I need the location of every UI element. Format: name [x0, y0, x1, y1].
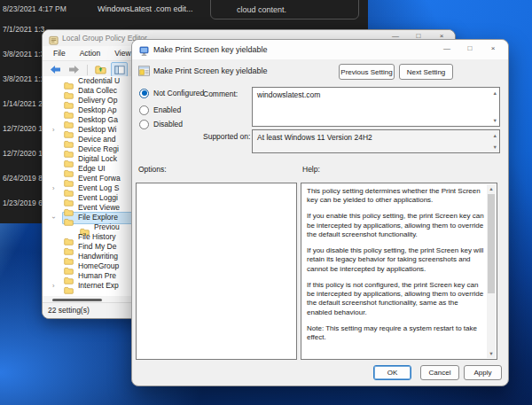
- tree-item-label: Device and: [78, 135, 116, 144]
- tree-item-label: Device Regi: [78, 144, 119, 154]
- scrollbar-thumb[interactable]: [488, 194, 495, 293]
- policy-setting-name: Make Print Screen key yieldable: [153, 66, 268, 75]
- file-date: 12/7/2020 1:: [3, 124, 44, 133]
- options-label: Options:: [138, 165, 167, 174]
- help-paragraph: Note: This setting may require a system …: [307, 324, 484, 342]
- tree-item-label: Event Forwa: [78, 174, 121, 183]
- tree-item-label: Desktop Ap: [78, 105, 116, 115]
- tree-item-label: Internet Exp: [78, 281, 119, 291]
- dialog-close-button[interactable]: ×: [481, 43, 505, 55]
- help-label: Help:: [302, 165, 320, 174]
- tree-item-label: Event Loggi: [78, 193, 118, 203]
- folder-icon: [64, 214, 74, 230]
- radio-icon: [139, 120, 149, 129]
- radio-label: Disabled: [153, 120, 183, 129]
- menu-action[interactable]: Action: [73, 49, 108, 58]
- forward-button[interactable]: [66, 62, 82, 77]
- previous-setting-button[interactable]: Previous Setting: [339, 64, 395, 80]
- help-paragraph: If you enable this policy setting, the p…: [307, 212, 484, 239]
- scroll-up-icon[interactable]: ▲: [493, 90, 497, 96]
- file-name-label: WindowsLatest .com edit...: [98, 4, 193, 13]
- file-date: 7/1/2021 1:3: [3, 25, 44, 34]
- cloud-content-label: cloud content.: [237, 5, 286, 14]
- tree-item-label: Edge UI: [78, 164, 106, 174]
- tree-item-label: Human Pre: [78, 271, 116, 281]
- options-panel: [136, 183, 297, 360]
- comment-label: Comment:: [203, 90, 238, 98]
- file-date: 3/8/2021 1:1: [3, 74, 44, 83]
- cancel-button[interactable]: Cancel: [420, 365, 459, 380]
- menu-file[interactable]: File: [46, 49, 73, 58]
- policy-setting-dialog: Make Print Screen key yieldable — □ × Ma…: [131, 39, 509, 386]
- policy-setting-icon: [138, 64, 150, 80]
- tree-item-label: File Explore: [78, 213, 118, 222]
- radio-label: Enabled: [153, 105, 181, 114]
- help-text: This policy setting determines whether t…: [301, 183, 486, 359]
- file-date: 1/14/2021 2:: [3, 99, 44, 108]
- tree-item-label: Delivery Op: [78, 96, 117, 105]
- tree-item-label: Previou: [94, 222, 120, 232]
- tree-item-label: Credential U: [78, 76, 120, 86]
- settings-count: 22 setting(s): [48, 306, 90, 315]
- scrollbar-thumb[interactable]: [52, 299, 102, 301]
- next-setting-button[interactable]: Next Setting: [399, 64, 453, 80]
- radio-enabled[interactable]: Enabled: [139, 104, 181, 116]
- supported-on-label: Supported on:: [203, 132, 250, 141]
- help-paragraph: If this policy is not configured, the pr…: [307, 281, 484, 317]
- radio-not-configured[interactable]: Not Configured: [139, 87, 204, 99]
- file-date: 6/24/2019 8:: [3, 174, 44, 183]
- toolbar-separator: [87, 65, 88, 75]
- comment-value: windowslatest.com: [257, 90, 320, 99]
- file-date: 3/8/2021 1:3: [3, 50, 44, 58]
- scroll-down-icon[interactable]: ▼: [487, 350, 496, 357]
- scroll-down-icon[interactable]: ▼: [493, 118, 497, 123]
- tree-item-label: Event Log S: [78, 183, 119, 193]
- up-one-level-button[interactable]: [92, 62, 109, 77]
- comment-field[interactable]: windowslatest.com ▲ ▼: [252, 87, 500, 127]
- desktop: 8/23/2021 4:17 PM7/1/2021 1:33/8/2021 1:…: [0, 0, 532, 405]
- dialog-title-bar[interactable]: Make Print Screen key yieldable — □ ×: [132, 40, 508, 59]
- tree-item-label: Digital Lock: [78, 154, 117, 164]
- back-button[interactable]: [47, 62, 64, 77]
- supported-on-field: At least Windows 11 Version 24H2 ▲ ▼: [252, 129, 500, 153]
- help-scrollbar[interactable]: ▲ ▼: [487, 184, 496, 358]
- tree-item-label: Data Collec: [78, 86, 117, 96]
- scroll-up-icon[interactable]: ▲: [487, 185, 496, 192]
- dialog-app-icon: [139, 44, 149, 60]
- help-panel: This policy setting determines whether t…: [301, 183, 497, 360]
- show-console-tree-button[interactable]: [111, 62, 128, 77]
- tree-item-label: Desktop Wi: [78, 125, 116, 135]
- radio-icon: [139, 89, 149, 98]
- scroll-up-icon[interactable]: ▲: [493, 133, 497, 138]
- tree-item-label: Find My De: [78, 242, 116, 252]
- tree-item-label: HomeGroup: [78, 261, 119, 271]
- file-date: 1/23/2019 6:: [3, 199, 44, 207]
- scroll-down-icon[interactable]: ▼: [493, 144, 497, 150]
- folder-icon: [64, 282, 74, 296]
- tree-item-label: Event Viewe: [78, 203, 120, 213]
- file-date: 12/7/2020 1:: [3, 149, 44, 158]
- supported-on-value: At least Windows 11 Version 24H2: [257, 133, 372, 142]
- chevron-expanded-icon[interactable]: ›: [50, 216, 58, 219]
- tree-item-label: Desktop Ga: [78, 115, 118, 125]
- ok-button[interactable]: OK: [373, 365, 411, 380]
- tree-item-label: Handwriting: [78, 252, 118, 261]
- apply-button[interactable]: Apply: [464, 365, 502, 380]
- dialog-minimize-button[interactable]: —: [435, 43, 458, 55]
- chevron-collapsed-icon[interactable]: ›: [52, 282, 55, 290]
- radio-icon: [139, 105, 149, 115]
- radio-label: Not Configured: [153, 89, 204, 97]
- file-date: 8/23/2021 4:17 PM: [3, 4, 66, 13]
- dialog-maximize-button[interactable]: □: [458, 43, 481, 55]
- dialog-title: Make Print Screen key yieldable: [153, 45, 268, 54]
- help-paragraph: This policy setting determines whether t…: [307, 187, 484, 205]
- tree-item-label: File History: [78, 232, 116, 242]
- selected-file-outline: cloud content.: [210, 0, 359, 19]
- radio-disabled[interactable]: Disabled: [139, 118, 183, 130]
- help-paragraph: If you disable this policy setting, the …: [307, 246, 484, 274]
- chevron-collapsed-icon[interactable]: ›: [52, 126, 55, 134]
- chevron-collapsed-icon[interactable]: ›: [52, 184, 55, 192]
